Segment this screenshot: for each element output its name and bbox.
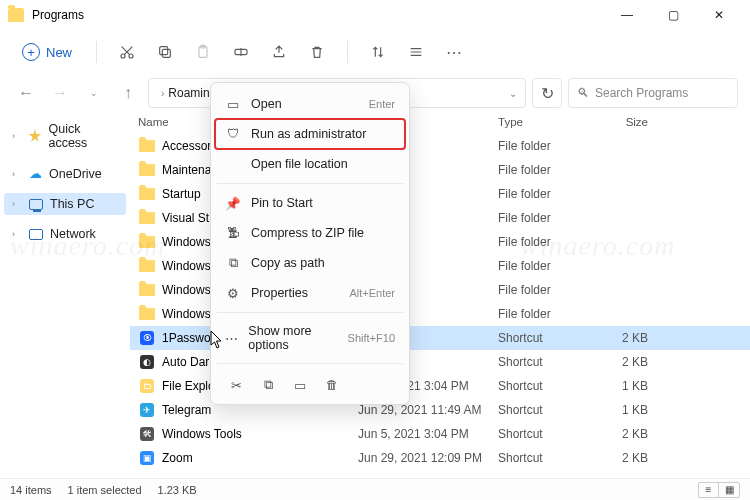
file-size: 1 KB [588, 403, 648, 417]
star-icon [28, 129, 41, 143]
details-view-icon[interactable]: ≡ [699, 483, 719, 497]
shield-icon: 🛡 [225, 126, 241, 142]
maximize-button[interactable]: ▢ [650, 0, 696, 30]
cut-button[interactable]: ✂ [225, 374, 247, 396]
separator [217, 363, 403, 364]
1pw-icon: ⦿ [140, 331, 154, 345]
ctx-label: Copy as path [251, 256, 325, 270]
file-type: File folder [498, 163, 588, 177]
copy-button[interactable] [149, 36, 181, 68]
delete-button[interactable] [301, 36, 333, 68]
cut-button[interactable] [111, 36, 143, 68]
search-icon: 🔍︎ [577, 86, 589, 100]
titlebar: Programs — ▢ ✕ [0, 0, 750, 30]
wt-icon: 🛠 [140, 427, 154, 441]
file-name: Windows Tools [162, 427, 358, 441]
rename-button[interactable] [225, 36, 257, 68]
share-button[interactable] [263, 36, 295, 68]
sidebar-item-quick-access[interactable]: › Quick access [4, 118, 126, 154]
refresh-button[interactable]: ↻ [532, 78, 562, 108]
sidebar-item-onedrive[interactable]: › ☁ OneDrive [4, 162, 126, 185]
ctx-properties[interactable]: ⚙ Properties Alt+Enter [215, 278, 405, 308]
recent-button[interactable]: ⌄ [80, 79, 108, 107]
rename-button[interactable]: ▭ [289, 374, 311, 396]
folder-icon [139, 212, 155, 224]
ctx-open-file-location[interactable]: Open file location [215, 149, 405, 179]
file-type: Shortcut [498, 355, 588, 369]
file-size: 2 KB [588, 331, 648, 345]
folder-icon [8, 8, 24, 22]
chevron-down-icon[interactable]: ⌄ [509, 88, 517, 99]
svg-rect-2 [162, 49, 170, 57]
ctx-label: Compress to ZIP file [251, 226, 364, 240]
folder-icon [139, 164, 155, 176]
list-item[interactable]: ▣ Zoom Jun 29, 2021 12:09 PM Shortcut 2 … [130, 446, 750, 470]
ctx-compress-to-zip-file[interactable]: 🗜 Compress to ZIP file [215, 218, 405, 248]
chevron-icon: › [161, 88, 164, 99]
sidebar-item-this-pc[interactable]: › This PC [4, 193, 126, 215]
file-type: Shortcut [498, 451, 588, 465]
sidebar-item-label: OneDrive [49, 167, 102, 181]
file-name: Zoom [162, 451, 358, 465]
sidebar: › Quick access › ☁ OneDrive › This PC › … [0, 112, 130, 478]
new-button[interactable]: + New [12, 39, 82, 65]
ctx-hint: Enter [369, 98, 395, 110]
ctx-label: Properties [251, 286, 308, 300]
ctx-icon-row: ✂⧉▭🗑 [215, 368, 405, 398]
sidebar-item-label: Quick access [48, 122, 118, 150]
back-button[interactable]: ← [12, 79, 40, 107]
view-button[interactable] [400, 36, 432, 68]
delete-button[interactable]: 🗑 [321, 374, 343, 396]
file-type: File folder [498, 211, 588, 225]
ctx-open[interactable]: ▭ Open Enter [215, 89, 405, 119]
folder-icon [139, 140, 155, 152]
plus-icon: + [22, 43, 40, 61]
chevron-right-icon: › [12, 229, 22, 239]
file-type: Shortcut [498, 379, 588, 393]
fe-icon: 🗀 [140, 379, 154, 393]
ctx-hint: Alt+Enter [349, 287, 395, 299]
close-button[interactable]: ✕ [696, 0, 742, 30]
ctx-label: Pin to Start [251, 196, 313, 210]
more-button[interactable]: ⋯ [438, 36, 470, 68]
separator [347, 41, 348, 63]
file-type: Shortcut [498, 403, 588, 417]
thumbnails-view-icon[interactable]: ▦ [719, 483, 739, 497]
file-date: Jun 29, 2021 12:09 PM [358, 451, 498, 465]
ctx-copy-as-path[interactable]: ⧉ Copy as path [215, 248, 405, 278]
tg-icon: ✈ [140, 403, 154, 417]
copy-button[interactable]: ⧉ [257, 374, 279, 396]
file-type: Shortcut [498, 427, 588, 441]
props-icon: ⚙ [225, 285, 241, 301]
file-type: File folder [498, 283, 588, 297]
separator [96, 41, 97, 63]
ctx-run-as-administrator[interactable]: 🛡 Run as administrator [215, 119, 405, 149]
paste-button[interactable] [187, 36, 219, 68]
up-button[interactable]: ↑ [114, 79, 142, 107]
view-toggle[interactable]: ≡ ▦ [698, 482, 740, 498]
folder-icon [139, 284, 155, 296]
ctx-pin-to-start[interactable]: 📌 Pin to Start [215, 188, 405, 218]
col-type[interactable]: Type [498, 116, 588, 128]
status-count: 14 items [10, 484, 52, 496]
sidebar-item-label: This PC [50, 197, 94, 211]
file-type: File folder [498, 139, 588, 153]
window-title: Programs [32, 8, 84, 22]
file-size: 2 KB [588, 427, 648, 441]
file-size: 2 KB [588, 451, 648, 465]
file-type: Shortcut [498, 331, 588, 345]
list-item[interactable]: 🛠 Windows Tools Jun 5, 2021 3:04 PM Shor… [130, 422, 750, 446]
file-type: File folder [498, 307, 588, 321]
sidebar-item-network[interactable]: › Network [4, 223, 126, 245]
sort-button[interactable] [362, 36, 394, 68]
ctx-label: Open [251, 97, 282, 111]
minimize-button[interactable]: — [604, 0, 650, 30]
new-label: New [46, 45, 72, 60]
ctx-show-more-options[interactable]: ⋯ Show more options Shift+F10 [215, 317, 405, 359]
forward-button[interactable]: → [46, 79, 74, 107]
search-input[interactable]: 🔍︎ Search Programs [568, 78, 738, 108]
file-name: Telegram [162, 403, 358, 417]
col-size[interactable]: Size [588, 116, 648, 128]
search-placeholder: Search Programs [595, 86, 688, 100]
network-icon [29, 229, 43, 240]
